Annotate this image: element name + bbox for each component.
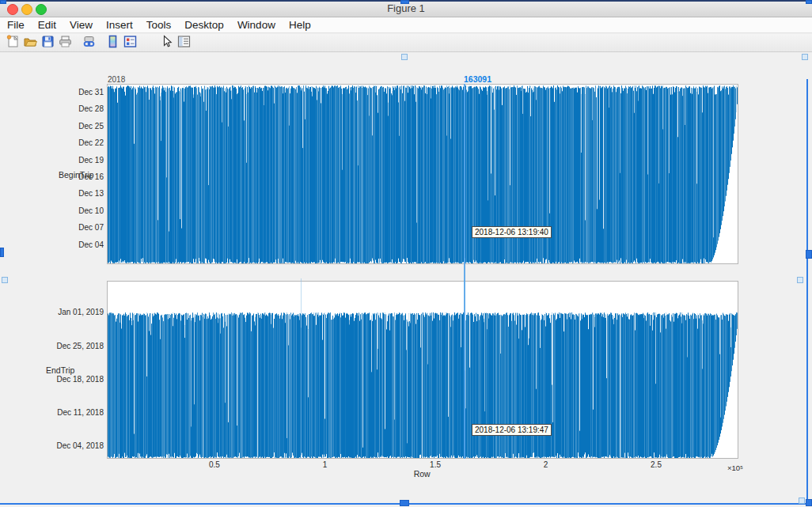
legend-icon xyxy=(123,34,138,52)
year-secondary-label: 2018 xyxy=(108,75,125,84)
ytick-label: Jan 01, 2019 xyxy=(50,308,104,316)
ytick-label: Dec 25 xyxy=(50,122,104,131)
figure-toolbar xyxy=(0,34,812,52)
ytick-label: Dec 04 xyxy=(50,240,104,249)
ytick-label: Dec 22 xyxy=(50,138,104,147)
new-figure-icon xyxy=(6,34,21,52)
open-folder-icon xyxy=(23,34,38,52)
link-plot-icon xyxy=(82,34,97,52)
save-figure-button[interactable] xyxy=(39,35,56,51)
open-file-button[interactable] xyxy=(21,35,39,51)
menu-tools[interactable]: Tools xyxy=(146,19,172,31)
x-axis-label: Row xyxy=(414,469,431,479)
ytick-label: Dec 18, 2018 xyxy=(50,375,104,384)
ytick-label: Dec 25, 2018 xyxy=(50,342,104,350)
save-floppy-icon xyxy=(40,34,55,52)
property-inspector-icon xyxy=(176,34,192,52)
xtick-label: 1 xyxy=(323,460,328,469)
secondary-cursor-line xyxy=(301,278,302,459)
print-figure-button[interactable] xyxy=(56,35,74,51)
selection-handle[interactable] xyxy=(806,499,812,506)
property-inspector-button[interactable] xyxy=(175,35,192,51)
menu-window[interactable]: Window xyxy=(237,19,275,31)
edit-plot-button[interactable] xyxy=(157,35,175,51)
window-title: Figure 1 xyxy=(0,2,812,14)
endtrip-plot-canvas[interactable] xyxy=(107,281,738,459)
selection-handle[interactable] xyxy=(0,248,4,257)
y-axis-label: EndTrip xyxy=(46,365,74,375)
xtick-label: 1.5 xyxy=(430,460,441,469)
cursor-arrow-icon xyxy=(159,34,174,52)
insert-legend-button[interactable] xyxy=(121,35,138,51)
new-figure-button[interactable] xyxy=(4,35,21,51)
axes-selection-handle[interactable] xyxy=(797,277,803,283)
menu-view[interactable]: View xyxy=(70,19,93,31)
insert-colorbar-button[interactable] xyxy=(104,35,121,51)
printer-icon xyxy=(58,34,73,52)
begintrip-axes: 2018 163091 Dec 31 Dec 28 Dec 25 Dec 22 … xyxy=(107,84,738,264)
y-axis-label: BeginTrip xyxy=(59,170,94,180)
ytick-label: Dec 11, 2018 xyxy=(50,408,104,417)
axes-selection-handle[interactable] xyxy=(799,498,805,504)
menu-bar: File Edit View Insert Tools Desktop Wind… xyxy=(0,17,812,33)
menu-desktop[interactable]: Desktop xyxy=(184,19,224,31)
ytick-label: Dec 04, 2018 xyxy=(50,441,104,450)
selection-handle[interactable] xyxy=(400,0,409,4)
datatip-endtrip[interactable]: 2018-12-06 13:19:47 xyxy=(472,424,552,436)
selection-right-line xyxy=(806,79,808,504)
endtrip-axes: Jan 01, 2019 Dec 25, 2018 Dec 18, 2018 D… xyxy=(107,281,738,459)
menu-insert[interactable]: Insert xyxy=(106,19,133,31)
axes-selection-handle[interactable] xyxy=(802,54,808,60)
axes-selection-handle[interactable] xyxy=(2,277,8,283)
datatip-begintrip[interactable]: 2018-12-06 13:19:40 xyxy=(472,226,552,238)
xtick-label: 0.5 xyxy=(209,460,220,469)
data-cursor-line[interactable] xyxy=(464,84,465,459)
link-plot-button[interactable] xyxy=(80,35,97,51)
ytick-label: Dec 19 xyxy=(50,156,104,165)
selection-handle[interactable] xyxy=(0,0,6,4)
menu-file[interactable]: File xyxy=(7,19,25,31)
selection-handle[interactable] xyxy=(806,250,812,259)
ytick-label: Dec 13 xyxy=(50,189,104,198)
xtick-label: 2 xyxy=(544,460,548,469)
xtick-label: 2.5 xyxy=(651,460,662,469)
ytick-label: Dec 07 xyxy=(50,223,104,232)
selection-handle[interactable] xyxy=(806,0,812,4)
selection-handle[interactable] xyxy=(400,500,409,506)
cursor-row-label: 163091 xyxy=(464,74,491,84)
matlab-figure-window: { "window": { "title": "Figure 1" }, "me… xyxy=(0,0,812,507)
x-axis-multiplier: ×10⁵ xyxy=(727,463,743,472)
axes-selection-handle[interactable] xyxy=(401,54,408,60)
ytick-label: Dec 10 xyxy=(50,206,104,215)
colorbar-icon xyxy=(105,34,120,52)
ytick-label: Dec 31 xyxy=(50,88,104,96)
menu-edit[interactable]: Edit xyxy=(38,19,56,31)
ytick-label: Dec 28 xyxy=(50,104,104,113)
menu-help[interactable]: Help xyxy=(289,19,311,31)
begintrip-plot-canvas[interactable] xyxy=(107,84,738,264)
